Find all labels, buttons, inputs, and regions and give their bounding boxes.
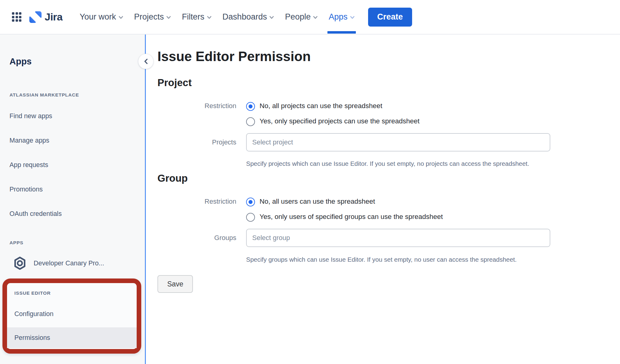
- sidebar-item-oauth-credentials[interactable]: OAuth credentials: [9, 209, 62, 218]
- annotation-box: ISSUE EDITOR Configuration Permissions: [2, 278, 141, 354]
- section-header-apps: APPS: [9, 240, 23, 246]
- app-hexagon-icon: [13, 256, 26, 270]
- jira-logo-icon: [29, 11, 42, 24]
- sidebar-divider: [145, 35, 146, 364]
- chevron-down-icon: [350, 16, 355, 19]
- nav-menu: Your work Projects Filters Dashboards Pe…: [80, 0, 355, 34]
- chevron-down-icon: [207, 16, 212, 19]
- group-restriction-row-2: Yes, only users of specified groups can …: [157, 212, 443, 222]
- nav-item-people[interactable]: People: [285, 0, 318, 34]
- section-header-issue-editor: ISSUE EDITOR: [14, 290, 51, 296]
- group-radio-all-label[interactable]: No, all users can use the spreadsheet: [260, 197, 375, 206]
- restriction-label: Restriction: [157, 101, 236, 111]
- project-radio-all[interactable]: [246, 102, 255, 111]
- group-radio-specified[interactable]: [246, 213, 255, 222]
- section-header-marketplace: ATLASSIAN MARKETPLACE: [9, 92, 79, 98]
- chevron-left-icon: [144, 58, 148, 64]
- group-restriction-row-1: Restriction No, all users can use the sp…: [157, 197, 375, 206]
- project-restriction-row-1: Restriction No, all projects can use the…: [157, 101, 382, 111]
- sidebar-item-app-requests[interactable]: App requests: [9, 161, 48, 169]
- nav-item-apps[interactable]: Apps: [329, 0, 355, 34]
- sidebar-collapse-button[interactable]: [138, 54, 153, 69]
- nav-item-filters[interactable]: Filters: [182, 0, 212, 34]
- projects-label: Projects: [157, 133, 236, 151]
- group-radio-all[interactable]: [246, 198, 255, 206]
- project-restriction-row-2: Yes, only specified projects can use the…: [157, 117, 419, 126]
- chevron-down-icon: [166, 16, 171, 19]
- sidebar-item-promotions[interactable]: Promotions: [9, 185, 43, 194]
- sidebar-item-permissions[interactable]: Permissions: [7, 327, 137, 348]
- restriction-label: Restriction: [157, 197, 236, 206]
- project-select-input[interactable]: [246, 133, 550, 151]
- top-nav: Jira Your work Projects Filters Dashboar…: [0, 0, 620, 35]
- chevron-down-icon: [269, 16, 274, 19]
- group-select-input[interactable]: [246, 229, 550, 247]
- group-radio-specified-label[interactable]: Yes, only users of specified groups can …: [260, 212, 443, 221]
- nav-item-dashboards[interactable]: Dashboards: [223, 0, 274, 34]
- project-heading: Project: [157, 77, 192, 89]
- sidebar-item-configuration[interactable]: Configuration: [14, 310, 54, 318]
- nav-item-projects[interactable]: Projects: [134, 0, 171, 34]
- save-button[interactable]: Save: [157, 275, 193, 293]
- projects-help-text: Specify projects which can use Issue Edi…: [246, 160, 529, 167]
- jira-logo-text: Jira: [45, 11, 63, 23]
- groups-field-row: Groups: [157, 229, 550, 247]
- sidebar-item-manage-apps[interactable]: Manage apps: [9, 136, 49, 145]
- sidebar: Apps ATLASSIAN MARKETPLACE Find new apps…: [0, 35, 145, 364]
- app-name: Developer Canary Pro...: [34, 260, 104, 267]
- sidebar-title: Apps: [9, 56, 32, 67]
- project-radio-specified[interactable]: [246, 117, 255, 126]
- create-button[interactable]: Create: [368, 8, 412, 27]
- chevron-down-icon: [119, 16, 123, 19]
- project-radio-specified-label[interactable]: Yes, only specified projects can use the…: [260, 117, 419, 126]
- groups-help-text: Specify groups which can use Issue Edito…: [246, 256, 517, 263]
- chevron-down-icon: [313, 16, 318, 19]
- app-switcher-icon[interactable]: [12, 12, 21, 22]
- groups-label: Groups: [157, 229, 236, 247]
- project-radio-all-label[interactable]: No, all projects can use the spreadsheet: [260, 101, 382, 111]
- projects-field-row: Projects: [157, 133, 550, 151]
- sidebar-item-find-new-apps[interactable]: Find new apps: [9, 112, 52, 120]
- nav-item-your-work[interactable]: Your work: [80, 0, 123, 34]
- sidebar-item-developer-canary[interactable]: Developer Canary Pro...: [13, 256, 104, 270]
- page-title: Issue Editor Permission: [157, 49, 311, 64]
- group-heading: Group: [157, 173, 188, 184]
- jira-logo[interactable]: Jira: [29, 11, 63, 24]
